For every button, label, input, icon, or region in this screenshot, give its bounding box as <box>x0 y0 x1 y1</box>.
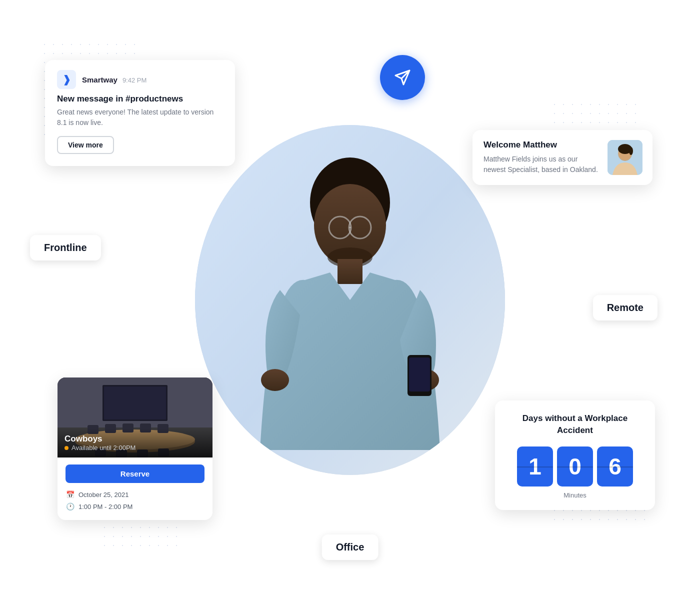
clock-icon: 🕐 <box>66 502 74 511</box>
counter-label: Minutes <box>509 492 641 499</box>
room-date: 📅 October 25, 2021 <box>66 490 204 499</box>
notification-body: Great news everyone! The latest update t… <box>57 107 223 128</box>
svg-rect-11 <box>409 358 430 392</box>
svg-point-8 <box>261 369 289 391</box>
room-time-text: 1:00 PM - 2:00 PM <box>78 503 132 510</box>
accident-counter-card: Days without a Workplace Accident 1 0 6 … <box>495 400 655 510</box>
status-dot <box>64 446 68 450</box>
frontline-label: Frontline <box>30 235 101 260</box>
office-label: Office <box>322 534 378 560</box>
room-details: Reserve 📅 October 25, 2021 🕐 1:00 PM - 2… <box>58 458 212 520</box>
center-circle <box>195 125 505 475</box>
view-more-button[interactable]: View more <box>57 136 114 154</box>
counter-digit-2: 0 <box>557 446 593 486</box>
reserve-button[interactable]: Reserve <box>66 464 204 483</box>
svg-rect-7 <box>338 259 362 284</box>
calendar-icon: 📅 <box>66 490 74 499</box>
notification-time: 9:42 PM <box>122 76 146 84</box>
room-booking-card: Cowboys Available until 2:00PM Reserve 📅… <box>58 378 212 520</box>
notification-card: ❱ Smartway 9:42 PM New message in #produ… <box>45 60 235 166</box>
counter-digit-3: 6 <box>597 446 633 486</box>
welcome-card: Welcome Matthew Matthew Fields joins us … <box>472 130 652 185</box>
room-date-text: October 25, 2021 <box>78 491 128 498</box>
counter-digit-1: 1 <box>517 446 553 486</box>
person-image <box>195 125 505 475</box>
accident-title: Days without a Workplace Accident <box>509 412 641 436</box>
room-time: 🕐 1:00 PM - 2:00 PM <box>66 502 204 511</box>
svg-point-16 <box>629 147 633 155</box>
notification-brand-icon: ❱ <box>57 70 76 89</box>
counter-display: 1 0 6 <box>509 446 641 486</box>
room-image: Cowboys Available until 2:00PM <box>58 378 212 458</box>
notification-title: New message in #productnews <box>57 94 223 104</box>
send-icon <box>392 66 414 88</box>
room-meta: 📅 October 25, 2021 🕐 1:00 PM - 2:00 PM <box>66 490 204 511</box>
avatar <box>608 140 642 175</box>
svg-rect-20 <box>104 386 166 420</box>
notification-sender: Smartway <box>82 76 118 84</box>
room-status-text: Available until 2:00PM <box>72 444 136 452</box>
room-name: Cowboys <box>64 434 206 444</box>
notification-header: ❱ Smartway 9:42 PM <box>57 70 223 89</box>
send-icon-circle <box>380 55 425 100</box>
remote-label: Remote <box>593 295 658 320</box>
room-status: Available until 2:00PM <box>64 444 206 452</box>
welcome-body: Matthew Fields joins us as our newest Sp… <box>484 154 600 175</box>
notification-meta: Smartway 9:42 PM <box>82 76 146 84</box>
room-overlay: Cowboys Available until 2:00PM <box>58 428 212 458</box>
welcome-content: Welcome Matthew Matthew Fields joins us … <box>484 140 600 175</box>
welcome-title: Welcome Matthew <box>484 140 600 150</box>
